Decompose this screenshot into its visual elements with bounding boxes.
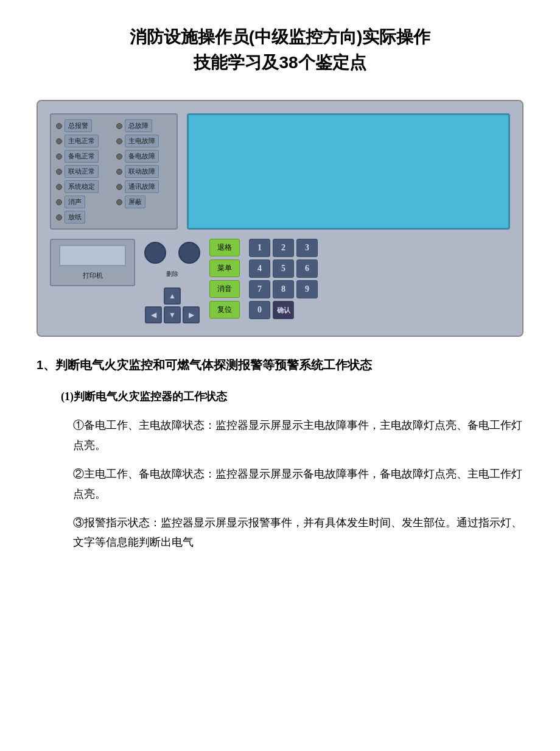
label-备电正常: 备电正常 [65, 150, 99, 163]
led-总报警 [56, 123, 62, 129]
num-btn-6[interactable]: 6 [296, 259, 318, 278]
num-btn-7[interactable]: 7 [249, 280, 270, 298]
indicator-row: 通讯故障 [116, 180, 172, 193]
indicator-row: 消声 [56, 196, 111, 208]
num-btn-8[interactable]: 8 [273, 280, 294, 298]
paragraph-2: ②主电工作、备电故障状态：监控器显示屏显示备电故障事件，备电故障灯点亮、主电工作… [73, 464, 523, 504]
indicator-row: 屏蔽 [116, 196, 172, 208]
led-联动故障 [116, 169, 122, 175]
numpad: 1 2 3 4 5 6 7 8 9 0 确认 [249, 239, 318, 319]
device-panel: 总报警 总故障 主电正常 主电故障 备电正常 备电故障 [37, 100, 523, 337]
indicator-row: 总故障 [116, 119, 172, 132]
printer-label: 打印机 [83, 271, 103, 280]
nav-right-button[interactable]: ▶ [183, 306, 200, 323]
paragraph-1: ①备电工作、主电故障状态：监控器显示屏显示主电故障事件，主电故障灯点亮、备电工作… [73, 415, 523, 455]
num-btn-confirm[interactable]: 确认 [273, 301, 294, 319]
func-buttons: 退格 菜单 消音 复位 [209, 239, 240, 319]
sub-heading-1: (1)判断电气火灾监控器的工作状态 [61, 387, 523, 406]
num-btn-4[interactable]: 4 [249, 259, 270, 278]
indicator-panel: 总报警 总故障 主电正常 主电故障 备电正常 备电故障 [50, 113, 178, 230]
printer-area: 打印机 [50, 239, 135, 286]
led-屏蔽 [116, 199, 122, 205]
nav-buttons: ▲ ◀ ▼ ▶ [145, 287, 200, 323]
label-主电故障: 主电故障 [125, 135, 159, 147]
led-联动正常 [56, 169, 62, 175]
num-btn-9[interactable]: 9 [296, 280, 318, 298]
nav-middle-row: ◀ ▼ ▶ [145, 306, 200, 323]
label-总故障: 总故障 [125, 119, 152, 132]
led-通讯故障 [116, 184, 122, 190]
device-top: 总报警 总故障 主电正常 主电故障 备电正常 备电故障 [50, 113, 510, 230]
nav-up-row: ▲ [164, 287, 181, 305]
num-btn-1[interactable]: 1 [249, 239, 270, 257]
label-消声: 消声 [65, 196, 85, 208]
label-联动正常: 联动正常 [65, 165, 99, 178]
device-bottom: 打印机 删除 ▲ ◀ ▼ ▶ 退格 菜单 [50, 239, 510, 323]
led-消声 [56, 199, 62, 205]
label-系统稳定: 系统稳定 [65, 180, 99, 193]
label-备电故障: 备电故障 [125, 150, 159, 163]
led-主电正常 [56, 138, 62, 144]
indicator-row: 备电正常 [56, 150, 111, 163]
func-btn-复位[interactable]: 复位 [209, 301, 240, 319]
func-btn-菜单[interactable]: 菜单 [209, 259, 240, 277]
center-controls: 删除 ▲ ◀ ▼ ▶ [144, 242, 200, 323]
nav-down-button[interactable]: ▼ [164, 306, 181, 323]
indicator-row: 系统稳定 [56, 180, 111, 193]
paragraph-3: ③报警指示状态：监控器显示屏显示报警事件，并有具体发生时间、发生部位。通过指示灯… [73, 513, 523, 552]
indicator-row: 备电故障 [116, 150, 172, 163]
label-屏蔽: 屏蔽 [125, 196, 145, 208]
label-通讯故障: 通讯故障 [125, 180, 159, 193]
label-总报警: 总报警 [65, 119, 92, 132]
circle-btn-row [144, 242, 200, 264]
num-btn-0[interactable]: 0 [249, 301, 270, 319]
led-系统稳定 [56, 184, 62, 190]
page-title: 消防设施操作员(中级监控方向)实际操作 技能学习及38个鉴定点 [37, 24, 523, 76]
nav-left-button[interactable]: ◀ [145, 306, 162, 323]
led-备电正常 [56, 153, 62, 160]
label-联动故障: 联动故障 [125, 165, 159, 178]
delete-label: 删除 [166, 270, 178, 278]
led-放纸 [56, 214, 62, 220]
num-btn-3[interactable]: 3 [296, 239, 318, 257]
led-主电故障 [116, 138, 122, 144]
label-主电正常: 主电正常 [65, 135, 99, 147]
printer-slot [59, 245, 126, 266]
indicator-row: 主电正常 [56, 135, 111, 147]
circle-button-2[interactable] [178, 242, 200, 264]
num-btn-2[interactable]: 2 [273, 239, 294, 257]
func-btn-消音[interactable]: 消音 [209, 280, 240, 298]
label-放纸: 放纸 [65, 211, 85, 224]
circle-button-1[interactable] [144, 242, 166, 264]
led-备电故障 [116, 153, 122, 160]
func-btn-退格[interactable]: 退格 [209, 239, 240, 256]
indicator-row: 放纸 [56, 211, 111, 224]
indicator-row: 主电故障 [116, 135, 172, 147]
indicator-row: 联动正常 [56, 165, 111, 178]
indicator-row: 总报警 [56, 119, 111, 132]
num-btn-5[interactable]: 5 [273, 259, 294, 278]
led-总故障 [116, 123, 122, 129]
nav-up-button[interactable]: ▲ [164, 287, 181, 305]
indicator-row: 联动故障 [116, 165, 172, 178]
section1-heading: 1、判断电气火灾监控和可燃气体探测报警等预警系统工作状态 [37, 355, 523, 375]
display-screen [187, 113, 510, 230]
